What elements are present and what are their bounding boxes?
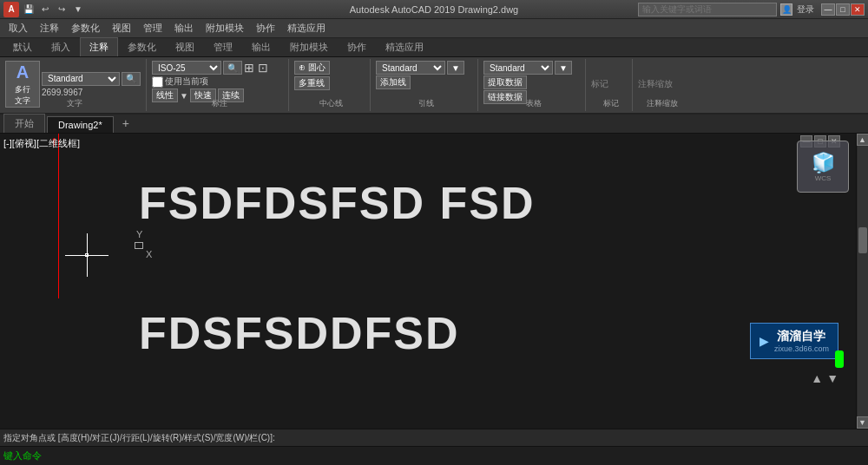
text-sub-controls: Standard 🔍 2699.9967 <box>42 72 141 97</box>
ribbon-tab-fujia[interactable]: 附加模块 <box>280 37 338 56</box>
watermark-subtitle: zixue.3d66.com <box>774 344 829 353</box>
text-style-select[interactable]: Standard <box>42 72 120 86</box>
scroll-track[interactable] <box>858 146 868 416</box>
text-group-label: 文字 <box>67 98 82 109</box>
menu-jingxuan[interactable]: 精选应用 <box>282 20 331 36</box>
quick-access-bar: 💾 ↩ ↪ ▼ <box>21 2 86 17</box>
right-scrollbar[interactable]: ▲ ▼ <box>856 134 868 429</box>
ribbon: 默认 插入 注释 参数化 视图 管理 输出 附加模块 协作 精选应用 A 多行文… <box>0 38 868 115</box>
scroll-down-btn[interactable]: ▼ <box>826 371 838 385</box>
watermark-text: 溜溜自学 zixue.3d66.com <box>774 329 829 353</box>
ribbon-content: A 多行文字 Standard 🔍 2699.9967 <box>0 57 868 113</box>
dim-search-btn[interactable]: 🔍 <box>223 61 242 75</box>
nav-cube-icon: 🧊 <box>812 152 835 174</box>
ribbon-tab-shuchu[interactable]: 输出 <box>242 37 280 56</box>
add-leader-btn[interactable]: 添加线 <box>376 75 411 89</box>
mark-placeholder: 标记 <box>591 78 608 90</box>
ribbon-tab-charu[interactable]: 插入 <box>42 37 80 56</box>
menu-fujia[interactable]: 附加模块 <box>201 20 249 36</box>
qa-more-btn[interactable]: ▼ <box>70 2 86 17</box>
maximize-btn[interactable]: □ <box>836 3 850 16</box>
multiline-text-btn[interactable]: A 多行文字 <box>5 61 40 108</box>
ribbon-tab-xiezuo[interactable]: 协作 <box>338 37 376 56</box>
titlebar: A 💾 ↩ ↪ ▼ Autodesk AutoCAD 2019 Drawing2… <box>0 0 868 19</box>
scroll-up-btn2[interactable]: ▲ <box>857 134 869 146</box>
multiline-label: 多行文字 <box>11 84 34 107</box>
linear-btn[interactable]: 线性 <box>152 88 178 102</box>
link-data-btn[interactable]: 链接数据 <box>483 90 527 104</box>
dim-icons: ⊞ ⊡ <box>244 61 268 75</box>
ribbon-group-table: Standard ▼ 提取数据 链接数据 表格 <box>482 59 586 111</box>
command-input[interactable] <box>42 451 865 462</box>
table-group-label: 表格 <box>526 98 542 109</box>
crosshair-dot <box>85 253 89 257</box>
canvas-area[interactable]: — □ ✕ [-][俯视][二维线框] ↑ X Y FSDFDSFSD FSD … <box>0 134 856 429</box>
scroll-up-btn[interactable]: ▲ <box>811 371 823 385</box>
center-col: ⊕ 圆心 多重线 <box>294 61 330 90</box>
minimize-btn[interactable]: — <box>821 3 835 16</box>
qa-save-btn[interactable]: 💾 <box>21 2 36 17</box>
tab-start[interactable]: 开始 <box>3 114 45 133</box>
tab-add-btn[interactable]: + <box>115 114 136 133</box>
ribbon-tab-zhushi[interactable]: 注释 <box>80 37 118 56</box>
ribbon-tab-canShu[interactable]: 参数化 <box>118 37 166 56</box>
navigation-cube[interactable]: 🧊 WCS <box>797 141 849 193</box>
table-search-btn[interactable]: ▼ <box>555 61 572 75</box>
annoscale-group-label: 注释缩放 <box>647 98 678 109</box>
center-point-btn[interactable]: ⊕ 圆心 <box>294 61 330 75</box>
table-style-select[interactable]: Standard <box>483 61 553 75</box>
ribbon-tab-guanli[interactable]: 管理 <box>204 37 242 56</box>
green-indicator <box>835 350 844 368</box>
app-icon: A <box>3 2 19 17</box>
tab-drawing2[interactable]: Drawing2* <box>47 116 114 133</box>
close-btn[interactable]: ✕ <box>851 3 865 16</box>
red-vertical-line <box>58 134 59 298</box>
center-row1: ⊕ 圆心 多重线 <box>294 61 365 90</box>
leader-row1: Standard ▼ <box>376 61 472 75</box>
ribbon-group-center: ⊕ 圆心 多重线 中心线 <box>293 59 371 111</box>
scroll-thumb[interactable] <box>858 227 867 253</box>
search-input[interactable] <box>638 3 777 16</box>
ribbon-group-dim: ISO-25 🔍 ⊞ ⊡ 使用当前项 线性 ▼ 快速 连续 标注 <box>150 59 289 111</box>
text-search-btn[interactable]: 🔍 <box>122 72 141 86</box>
extract-data-btn[interactable]: 提取数据 <box>483 75 527 89</box>
y-axis-label: Y <box>136 229 142 239</box>
cad-text-top: FSDFDSFSD FSD <box>139 177 535 229</box>
text-insert-box <box>135 242 143 249</box>
qa-redo-btn[interactable]: ↪ <box>54 2 69 17</box>
qa-undo-btn[interactable]: ↩ <box>37 2 53 17</box>
dim-sep1: ▼ <box>180 91 188 101</box>
leader-search-btn[interactable]: ▼ <box>447 61 464 75</box>
window-controls: — □ ✕ <box>821 3 865 16</box>
ribbon-tab-shitu[interactable]: 视图 <box>166 37 204 56</box>
menu-zhuru[interactable]: 注释 <box>35 20 64 36</box>
ribbon-tab-moren[interactable]: 默认 <box>3 37 42 56</box>
cad-text-bottom: FDSFSDDFSD <box>139 307 460 359</box>
ribbon-group-text: A 多行文字 Standard 🔍 2699.9967 <box>3 59 147 111</box>
menu-xiezuo[interactable]: 协作 <box>251 20 280 36</box>
signin-label[interactable]: 登录 <box>793 3 818 16</box>
use-current-checkbox[interactable] <box>152 76 163 88</box>
mark-group-label: 标记 <box>603 98 619 109</box>
menu-canshuhua[interactable]: 参数化 <box>66 20 105 36</box>
leader-group-label: 引线 <box>418 98 434 109</box>
scroll-down-btn2[interactable]: ▼ <box>857 416 869 429</box>
signin-btn[interactable]: 👤 <box>780 3 792 16</box>
coord-label: 2699.9967 <box>42 88 82 97</box>
dim-group-label: 标注 <box>212 98 227 109</box>
scroll-arrows: ▲ ▼ <box>811 371 838 385</box>
ribbon-tab-jingxuan[interactable]: 精选应用 <box>376 37 433 56</box>
menu-shitu[interactable]: 视图 <box>107 20 136 36</box>
dim-style-select[interactable]: ISO-25 <box>152 61 221 75</box>
menu-shuchu[interactable]: 输出 <box>169 20 199 36</box>
leader-style-select[interactable]: Standard <box>376 61 445 75</box>
command-prompt-text: 指定对角点或 [高度(H)/对正(J)/行距(L)/旋转(R)/样式(S)/宽度… <box>3 432 275 444</box>
dim-row1: ISO-25 🔍 ⊞ ⊡ <box>152 61 283 75</box>
menu-guanli[interactable]: 管理 <box>138 20 168 36</box>
nav-cube-label: WCS <box>812 174 835 182</box>
menu-queru[interactable]: 取入 <box>3 20 33 36</box>
annoscale-placeholder: 注释缩放 <box>638 78 673 90</box>
titlebar-left: A 💾 ↩ ↪ ▼ <box>3 2 86 17</box>
multi-line-btn[interactable]: 多重线 <box>294 76 330 90</box>
tabstrip: 开始 Drawing2* + <box>0 115 868 134</box>
